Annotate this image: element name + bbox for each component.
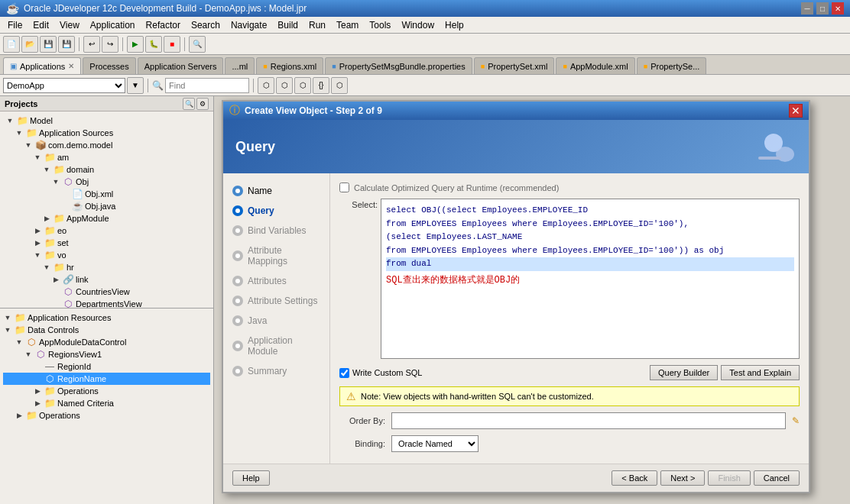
toggle-model[interactable]: ▼ xyxy=(5,116,15,125)
toggle-named-criteria[interactable]: ▶ xyxy=(33,399,42,408)
step-application-module[interactable]: Application Module xyxy=(223,331,329,361)
step-attribute-settings[interactable]: Attribute Settings xyxy=(223,291,329,311)
menu-refactor[interactable]: Refactor xyxy=(141,18,185,32)
run-btn[interactable]: ▶ xyxy=(127,36,144,53)
back-btn[interactable]: < Back xyxy=(612,470,657,486)
toolbar-icon3[interactable]: ⬡ xyxy=(294,77,311,94)
tree-item-app-sources[interactable]: ▼ 📁 Application Sources xyxy=(3,127,210,139)
finish-btn[interactable]: Finish xyxy=(708,470,750,486)
menu-application[interactable]: Application xyxy=(86,18,140,32)
tree-item-region-id[interactable]: — RegionId xyxy=(3,360,210,373)
tab-property-set-xml[interactable]: ■ PropertySet.xml xyxy=(474,57,555,74)
tree-item-data-controls[interactable]: ▼ 📁 Data Controls xyxy=(3,324,210,336)
tab-processes[interactable]: Processes xyxy=(83,57,135,74)
tree-item-region-name[interactable]: ⬡ RegionName xyxy=(3,373,210,385)
search-input[interactable] xyxy=(169,81,245,90)
tree-item-app-resources[interactable]: ▼ 📁 Application Resources xyxy=(3,312,210,324)
help-btn[interactable]: Help xyxy=(232,470,270,486)
optimized-query-checkbox[interactable] xyxy=(339,183,349,192)
tree-item-model[interactable]: ▼ 📁 Model xyxy=(3,115,210,127)
cancel-btn[interactable]: Cancel xyxy=(754,470,800,486)
toolbar-icon5[interactable]: ⬡ xyxy=(331,77,348,94)
open-btn[interactable]: 📂 xyxy=(21,36,38,53)
save-btn[interactable]: 💾 xyxy=(40,36,57,53)
tree-item-domain[interactable]: ▼ 📁 domain xyxy=(3,163,210,176)
maximize-btn[interactable]: □ xyxy=(816,2,829,15)
dialog-close-btn[interactable]: ✕ xyxy=(789,104,803,118)
toggle-data-controls[interactable]: ▼ xyxy=(3,325,12,334)
tab-property-msg-bundle[interactable]: ■ PropertySetMsgBundle.properties xyxy=(325,57,472,74)
new-file-btn[interactable]: 📄 xyxy=(3,36,20,53)
save-all-btn[interactable]: 💾 xyxy=(58,36,75,53)
debug-btn[interactable]: 🐛 xyxy=(145,36,162,53)
binding-select[interactable]: Oracle NamedOracle PositionalANSI xyxy=(391,435,479,452)
toggle-package[interactable]: ▼ xyxy=(24,141,33,150)
toolbar-icon2[interactable]: ⬡ xyxy=(276,77,293,94)
menu-help[interactable]: Help xyxy=(440,18,469,32)
project-dropdown-btn[interactable]: ▼ xyxy=(127,77,144,94)
tab-ml[interactable]: ...ml xyxy=(225,57,255,74)
toggle-hr[interactable]: ▼ xyxy=(42,263,51,272)
menu-edit[interactable]: Edit xyxy=(28,18,54,32)
toolbar-icon1[interactable]: ⬡ xyxy=(258,77,274,94)
toggle-operations2[interactable]: ▶ xyxy=(15,411,24,420)
tab-close-applications[interactable]: ✕ xyxy=(68,62,74,70)
step-attribute-mappings[interactable]: Attribute Mappings xyxy=(223,241,329,271)
menu-build[interactable]: Build xyxy=(273,18,303,32)
tree-item-appmodule-dc[interactable]: ▼ ⬡ AppModuleDataControl xyxy=(3,336,210,348)
step-query[interactable]: Query xyxy=(223,201,329,221)
tree-item-vo[interactable]: ▼ 📁 vo xyxy=(3,249,210,261)
order-by-input[interactable] xyxy=(391,412,786,429)
tab-application-servers[interactable]: Application Servers xyxy=(138,57,224,74)
toggle-vo[interactable]: ▼ xyxy=(33,250,42,260)
tab-applications[interactable]: ▣ Applications ✕ xyxy=(3,57,81,74)
stop-btn[interactable]: ■ xyxy=(164,36,180,53)
toggle-am[interactable]: ▼ xyxy=(33,153,42,162)
write-custom-sql-checkbox[interactable] xyxy=(339,368,349,378)
step-bind-variables[interactable]: Bind Variables xyxy=(223,221,329,241)
projects-config-btn[interactable]: ⚙ xyxy=(196,98,209,110)
toggle-appmodule[interactable]: ▶ xyxy=(42,214,51,223)
toolbar-icon4[interactable]: {} xyxy=(313,77,329,94)
tree-item-named-criteria[interactable]: ▶ 📁 Named Criteria xyxy=(3,397,210,409)
toggle-app-resources[interactable]: ▼ xyxy=(3,313,12,322)
tree-item-regions-view1[interactable]: ▼ ⬡ RegionsView1 xyxy=(3,348,210,360)
undo-btn[interactable]: ↩ xyxy=(83,36,100,53)
step-summary[interactable]: Summary xyxy=(223,361,329,381)
tree-item-countries-view[interactable]: ⬡ CountriesView xyxy=(3,286,210,298)
tree-item-am[interactable]: ▼ 📁 am xyxy=(3,151,210,163)
toggle-domain[interactable]: ▼ xyxy=(42,165,51,174)
toggle-appmodule-dc[interactable]: ▼ xyxy=(15,338,24,347)
toggle-set[interactable]: ▶ xyxy=(33,238,42,247)
menu-tools[interactable]: Tools xyxy=(365,18,395,32)
tree-item-obj[interactable]: ▼ ⬡ Obj xyxy=(3,176,210,188)
step-java[interactable]: Java xyxy=(223,311,329,331)
menu-file[interactable]: File xyxy=(3,18,27,32)
step-attributes[interactable]: Attributes xyxy=(223,271,329,291)
search-box[interactable] xyxy=(165,78,249,93)
projects-search-btn[interactable]: 🔍 xyxy=(183,98,195,110)
tree-item-package[interactable]: ▼ 📦 com.demo.model xyxy=(3,139,210,151)
tree-item-eo[interactable]: ▶ 📁 eo xyxy=(3,225,210,237)
tree-item-set[interactable]: ▶ 📁 set xyxy=(3,237,210,249)
tab-app-module-xml[interactable]: ■ AppModule.xml xyxy=(556,57,634,74)
menu-window[interactable]: Window xyxy=(397,18,439,32)
toggle-link[interactable]: ▶ xyxy=(51,275,60,284)
search-toolbar-btn[interactable]: 🔍 xyxy=(189,36,206,53)
menu-view[interactable]: View xyxy=(55,18,84,32)
query-builder-btn[interactable]: Query Builder xyxy=(650,365,718,380)
menu-navigate[interactable]: Navigate xyxy=(226,18,271,32)
tab-property-se[interactable]: ■ PropertySe... xyxy=(637,57,707,74)
toggle-operations[interactable]: ▶ xyxy=(33,386,42,396)
tree-item-operations[interactable]: ▶ 📁 Operations xyxy=(3,385,210,397)
toggle-app-sources[interactable]: ▼ xyxy=(15,128,24,137)
sql-editor[interactable]: select OBJ((select Employees.EMPLOYEE_ID… xyxy=(381,199,800,359)
close-btn[interactable]: ✕ xyxy=(832,2,844,15)
tab-regions-xml[interactable]: ■ Regions.xml xyxy=(256,57,323,74)
order-by-edit-icon[interactable]: ✎ xyxy=(792,415,800,426)
test-explain-btn[interactable]: Test and Explain xyxy=(721,365,800,380)
tree-item-operations2[interactable]: ▶ 📁 Operations xyxy=(3,409,210,422)
tree-item-obj-java[interactable]: ☕ Obj.java xyxy=(3,200,210,212)
toggle-eo[interactable]: ▶ xyxy=(33,226,42,235)
menu-team[interactable]: Team xyxy=(332,18,363,32)
